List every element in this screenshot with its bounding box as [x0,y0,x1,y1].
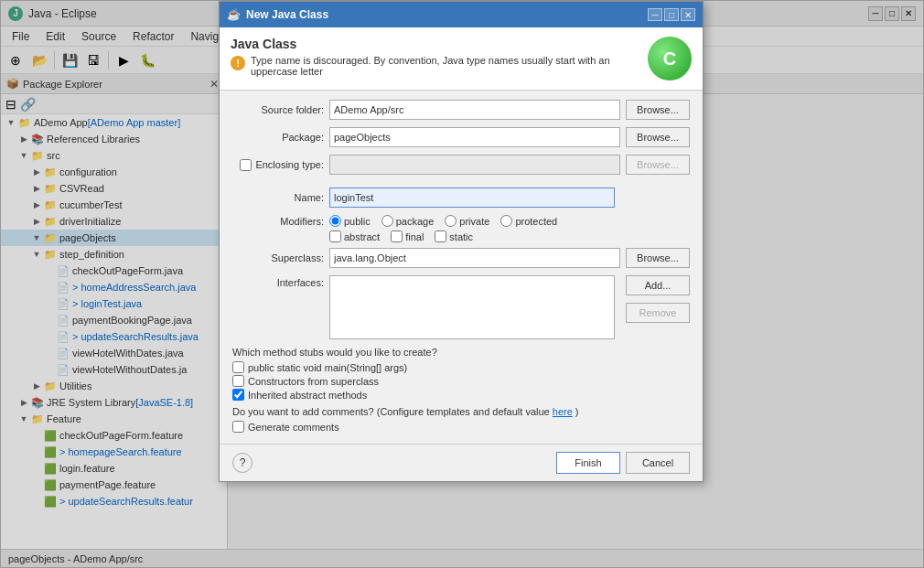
modifier-private-label: private [445,215,489,227]
modifier-static-checkbox[interactable] [435,230,446,242]
new-java-class-dialog: ☕ New Java Class ─ □ ✕ Java Class ! Type… [219,1,704,482]
modifier-private-radio[interactable] [445,215,457,227]
name-row: Name: [232,188,690,208]
package-row: Package: Browse... [232,127,690,147]
stubs-section: Which method stubs would you like to cre… [232,347,690,401]
modifier-protected-radio[interactable] [500,215,512,227]
dialog-logo: C [648,37,692,80]
stub-inherited-row: Inherited abstract methods [232,389,690,401]
source-folder-row: Source folder: Browse... [232,100,690,120]
remove-interface-button: Remove [626,303,690,323]
package-browse-button[interactable]: Browse... [626,127,690,147]
warning-text: Type name is discouraged. By convention,… [251,55,639,77]
dialog-title: New Java Class [246,8,328,21]
dialog-body: Source folder: Browse... Package: Browse… [220,91,703,444]
superclass-label: Superclass: [232,252,324,263]
enclosing-type-browse-button: Browse... [626,155,690,175]
generate-comments-checkbox[interactable] [232,421,244,433]
modifier-abstract-text: abstract [344,231,380,242]
modifier-final-text: final [405,231,424,242]
modifier-static-label: static [435,230,473,242]
finish-button[interactable]: Finish [556,452,620,474]
stub-constructors-row: Constructors from superclass [232,375,690,387]
stubs-title: Which method stubs would you like to cre… [232,347,690,358]
modifier-public-label: public [329,215,371,227]
modifiers-radio-group: public package private protected [329,215,690,227]
name-input[interactable] [329,188,615,208]
modifier-abstract-checkbox[interactable] [329,230,341,242]
source-folder-label: Source folder: [232,104,324,115]
name-label: Name: [232,192,324,203]
stub-main-row: public static void main(String[] args) [232,361,690,373]
interfaces-label: Interfaces: [232,275,324,288]
comments-post-text: ) [575,406,579,417]
generate-comments-label: Generate comments [248,422,339,433]
modifier-private-text: private [459,216,489,227]
modifier-package-label: package [381,215,435,227]
package-label: Package: [232,132,324,143]
help-button[interactable]: ? [232,453,252,473]
enclosing-type-checkbox[interactable] [240,159,252,171]
dialog-minimize-button[interactable]: ─ [648,8,662,21]
dialog-header-title: Java Class [231,37,639,51]
modifiers-label: Modifiers: [232,216,324,227]
stub-main-label: public static void main(String[] args) [248,362,407,373]
modifier-abstract-label: abstract [329,230,380,242]
comments-here-link[interactable]: here [553,406,573,417]
modifier-final-label: final [391,230,424,242]
add-interface-button[interactable]: Add... [626,275,690,295]
dialog-overlay: ☕ New Java Class ─ □ ✕ Java Class ! Type… [1,1,923,567]
dialog-header: Java Class ! Type name is discouraged. B… [220,27,703,91]
modifier-protected-label: protected [500,215,557,227]
dialog-maximize-button[interactable]: □ [664,8,679,21]
modifier-package-radio[interactable] [381,215,393,227]
stub-inherited-checkbox[interactable] [232,389,244,401]
superclass-browse-button[interactable]: Browse... [626,248,690,268]
comments-pre-text: Do you want to add comments? (Configure … [232,406,553,417]
stub-inherited-label: Inherited abstract methods [248,390,367,401]
cancel-button[interactable]: Cancel [626,452,690,474]
enclosing-type-input [329,155,620,175]
interfaces-buttons: Add... Remove [626,275,690,327]
source-folder-input[interactable] [329,100,620,120]
dialog-title-icon: ☕ [227,8,241,21]
enclosing-type-label-text: Enclosing type: [255,159,324,170]
eclipse-window: J Java - Eclipse ─ □ ✕ File Edit Source … [0,0,924,568]
superclass-row: Superclass: Browse... [232,248,690,268]
interfaces-row: Interfaces: Add... Remove [232,275,690,339]
interfaces-textarea[interactable] [329,275,615,339]
stub-constructors-checkbox[interactable] [232,375,244,387]
dialog-title-bar: ☕ New Java Class ─ □ ✕ [220,2,703,27]
comments-section: Do you want to add comments? (Configure … [232,406,690,433]
modifier-checks: abstract final static [232,230,690,242]
footer-buttons: Finish Cancel [556,452,690,474]
modifier-final-checkbox[interactable] [391,230,403,242]
modifier-public-text: public [344,216,371,227]
enclosing-type-row: Enclosing type: Browse... [232,155,690,175]
dialog-header-content: Java Class ! Type name is discouraged. B… [231,37,639,77]
source-folder-browse-button[interactable]: Browse... [626,100,690,120]
modifier-protected-text: protected [515,216,557,227]
dialog-title-controls: ─ □ ✕ [648,8,695,21]
dialog-header-msg: ! Type name is discouraged. By conventio… [231,55,639,77]
generate-comments-row: Generate comments [232,421,690,433]
modifier-public-radio[interactable] [329,215,341,227]
superclass-input[interactable] [329,248,620,268]
stub-constructors-label: Constructors from superclass [248,376,379,387]
dialog-close-button[interactable]: ✕ [681,8,695,21]
package-input[interactable] [329,127,620,147]
modifiers-row: Modifiers: public package private [232,215,690,227]
warning-icon: ! [231,56,245,70]
modifier-package-text: package [396,216,435,227]
stub-main-checkbox[interactable] [232,361,244,373]
comments-text: Do you want to add comments? (Configure … [232,406,690,417]
enclosing-type-checkbox-label: Enclosing type: [240,159,324,171]
modifier-static-text: static [449,231,473,242]
logo-text: C [663,48,676,70]
dialog-footer: ? Finish Cancel [220,444,703,481]
